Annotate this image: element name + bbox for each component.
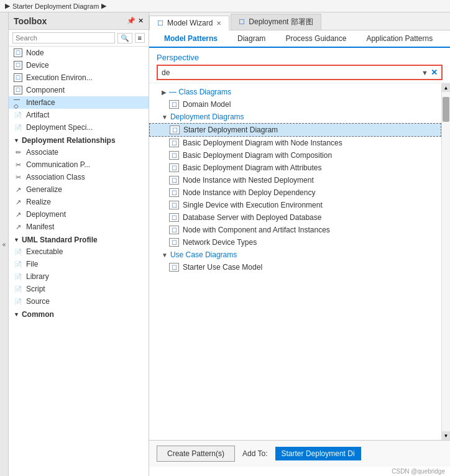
toolbox-item-library[interactable]: 📄 Library	[9, 270, 149, 283]
toolbox-item-artifact[interactable]: 📄 Artifact	[9, 109, 149, 121]
manifest-icon: ↗	[14, 222, 22, 231]
close-toolbox-icon[interactable]: ✕	[138, 17, 144, 25]
toolbox-item-associate[interactable]: ✏ Associate	[9, 146, 149, 158]
breadcrumb: ▶ Starter Deployment Diagram ▶	[0, 0, 450, 12]
item-icon: ☐	[169, 139, 179, 147]
tree-item-network-device[interactable]: ☐ Network Device Types	[149, 236, 441, 249]
tree-item-single-device[interactable]: ☐ Single Device with Execution Environme…	[149, 199, 441, 211]
collapse-panel-button[interactable]: «	[0, 12, 9, 476]
tree-class-diagrams-section[interactable]: ▶ — Class Diagrams	[149, 86, 441, 98]
tree-item-basic-node-instances[interactable]: ☐ Basic Deployment Diagram with Node Ins…	[149, 137, 441, 149]
perspective-label: Perspective	[157, 53, 443, 62]
toolbox-search-bar: 🔍 ≡	[9, 30, 149, 47]
tree-item-starter-usecase[interactable]: ☐ Starter Use Case Model	[149, 261, 441, 273]
search-input[interactable]	[12, 32, 115, 43]
deployment-relationships-section[interactable]: ▼ Deployment Relationships	[9, 134, 149, 146]
wizard-tab-model-patterns[interactable]: Model Patterns	[154, 30, 227, 48]
watermark: CSDN @quebridge	[149, 467, 450, 476]
clear-perspective-icon[interactable]: ✕	[431, 68, 438, 77]
breadcrumb-text[interactable]: Starter Deployment Diagram	[12, 2, 99, 10]
toolbox-item-label: Artifact	[26, 111, 49, 119]
scroll-up-button[interactable]: ▲	[442, 83, 450, 92]
toolbox-item-manifest[interactable]: ↗ Manifest	[9, 221, 149, 233]
toolbox-item-script[interactable]: 📄 Script	[9, 283, 149, 295]
toolbox-item-node[interactable]: ☐ Node	[9, 47, 149, 59]
usecase-arrow: ▼	[162, 252, 168, 259]
tab-close-icon[interactable]: ✕	[216, 20, 221, 27]
create-pattern-button[interactable]: Create Pattern(s)	[157, 446, 235, 462]
toolbox-item-label: Execution Environ...	[26, 73, 93, 82]
generalize-icon: ↗	[14, 185, 22, 194]
tree-item-component-artifact[interactable]: ☐ Node with Component and Artifact Insta…	[149, 224, 441, 236]
wizard-footer: Create Pattern(s) Add To: Starter Deploy…	[149, 440, 450, 467]
deployment-tab-icon: ☐	[239, 18, 245, 26]
toolbox-item-source[interactable]: 📄 Source	[9, 295, 149, 308]
device-icon: ☐	[14, 61, 22, 70]
tree-item-basic-attributes[interactable]: ☐ Basic Deployment Diagram with Attribut…	[149, 162, 441, 174]
wizard-tab-process-guidance[interactable]: Process Guidance	[275, 30, 356, 48]
perspective-input[interactable]	[162, 68, 421, 77]
item-icon: ☐	[169, 201, 179, 209]
toolbox-item-label: Communication P...	[26, 160, 90, 169]
toolbox-item-association-class[interactable]: ✂ Association Class	[9, 171, 149, 183]
tree-item-starter-deployment[interactable]: ☐ Starter Deployment Diagram	[149, 123, 441, 137]
scroll-down-button[interactable]: ▼	[442, 431, 450, 440]
toolbox-item-executable[interactable]: 📄 Executable	[9, 245, 149, 258]
wizard-tab-diagram[interactable]: Diagram	[227, 30, 275, 48]
uml-section-arrow: ▼	[14, 237, 19, 243]
section-label: Use Case Diagrams	[170, 250, 237, 259]
tree-item-basic-composition[interactable]: ☐ Basic Deployment Diagram with Composit…	[149, 149, 441, 162]
toolbox-item-label: Deployment	[26, 210, 66, 219]
search-button[interactable]: 🔍	[117, 33, 132, 43]
toolbox-item-component[interactable]: ☐ Component	[9, 84, 149, 96]
tree-item-label: Starter Deployment Diagram	[183, 126, 278, 134]
toolbox-item-deployment-spec[interactable]: 📄 Deployment Speci...	[9, 121, 149, 134]
perspective-dropdown[interactable]: ▼ ✕	[157, 65, 443, 80]
interface-icon: —◇	[14, 98, 22, 107]
perspective-section: Perspective ▼ ✕	[149, 48, 450, 83]
tree-item-nested-deployment[interactable]: ☐ Node Instance with Nested Deployment	[149, 174, 441, 186]
tree-item-label: Basic Deployment Diagram with Node Insta…	[183, 139, 342, 147]
tab-deployment[interactable]: ☐ Deployment 部署图	[231, 14, 321, 30]
toolbox-item-realize[interactable]: ↗ Realize	[9, 196, 149, 208]
deployment-icon: ↗	[14, 210, 22, 219]
tree-item-domain-model[interactable]: ☐ Domain Model	[149, 98, 441, 111]
common-arrow: ▼	[14, 311, 19, 318]
wizard-tab-application-patterns[interactable]: Application Patterns	[356, 30, 443, 48]
tab-model-wizard[interactable]: ☐ Model Wizard ✕	[149, 16, 229, 30]
toolbox-item-device[interactable]: ☐ Device	[9, 59, 149, 71]
item-icon: ☐	[169, 176, 179, 185]
toolbox-item-label: Realize	[26, 198, 51, 206]
uml-profile-section[interactable]: ▼ UML Standard Profile	[9, 233, 149, 245]
add-to-value: Starter Deployment Di	[275, 447, 361, 460]
toolbox-item-generalize[interactable]: ↗ Generalize	[9, 183, 149, 196]
toolbox-item-label: Script	[26, 285, 45, 293]
tree-list: ▶ — Class Diagrams ☐ Domain Model ▼ Depl…	[149, 83, 441, 440]
scroll-track[interactable]	[442, 92, 450, 431]
tree-deployment-diagrams-section[interactable]: ▼ Deployment Diagrams	[149, 111, 441, 123]
wizard-tab-icon: ☐	[157, 19, 163, 27]
deployment-diagrams-arrow: ▼	[162, 114, 168, 121]
tree-item-database-server[interactable]: ☐ Database Server with Deployed Database	[149, 211, 441, 224]
toolbox-item-label: Deployment Speci...	[26, 123, 93, 132]
toolbox-item-interface[interactable]: —◇ Interface	[9, 96, 149, 109]
toolbox-item-deployment[interactable]: ↗ Deployment	[9, 208, 149, 221]
tree-item-label: Starter Use Case Model	[183, 263, 262, 272]
pin-icon[interactable]: 📌	[127, 17, 135, 25]
tree-usecase-section[interactable]: ▼ Use Case Diagrams	[149, 249, 441, 261]
file-icon: 📄	[14, 260, 22, 268]
wizard-tab-label: Application Patterns	[366, 34, 433, 43]
search-options-button[interactable]: ≡	[135, 33, 145, 43]
dropdown-arrow-icon: ▼	[421, 69, 428, 76]
toolbox-item-file[interactable]: 📄 File	[9, 258, 149, 270]
toolbox-item-execution-env[interactable]: ☐ Execution Environ...	[9, 71, 149, 84]
toolbox-item-communication[interactable]: ✂ Communication P...	[9, 158, 149, 171]
common-section[interactable]: ▼ Common	[9, 308, 149, 320]
vertical-scrollbar[interactable]: ▲ ▼	[441, 83, 450, 440]
common-label: Common	[22, 310, 54, 319]
tree-item-label: Network Device Types	[183, 238, 257, 247]
toolbox-item-label: Interface	[26, 98, 55, 107]
tree-item-deploy-dependency[interactable]: ☐ Node Instance with Deploy Dependency	[149, 186, 441, 199]
source-icon: 📄	[14, 297, 22, 306]
section-collapse-arrow: ▼	[14, 137, 19, 144]
